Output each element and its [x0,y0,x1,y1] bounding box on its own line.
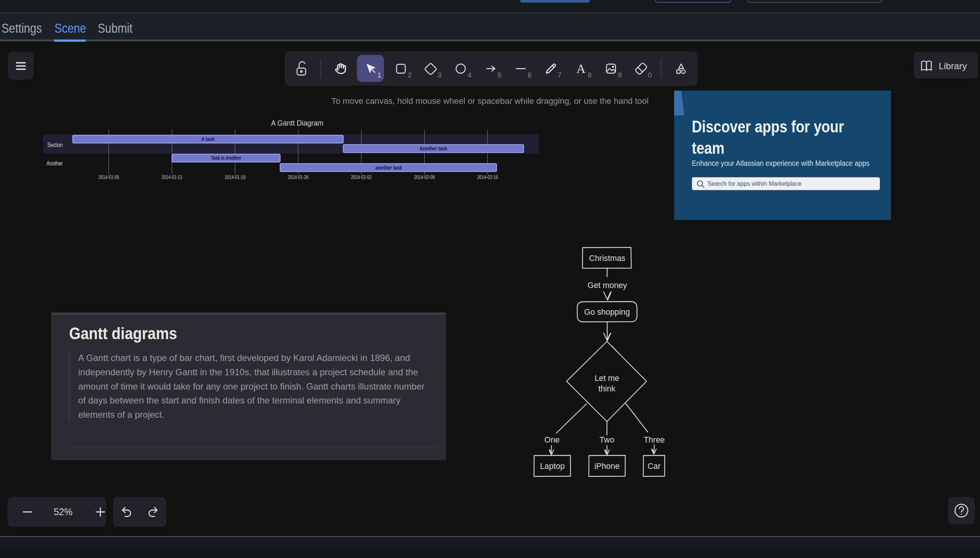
svg-text:2014-02-09: 2014-02-09 [414,174,435,180]
svg-text:1: 1 [377,71,381,79]
svg-text:0: 0 [648,71,652,79]
svg-text:think: think [598,384,615,393]
svg-text:52%: 52% [54,507,72,517]
svg-text:2014-02-02: 2014-02-02 [351,174,371,180]
svg-text:8: 8 [588,71,592,79]
svg-text:Section: Section [47,141,63,148]
svg-text:5: 5 [497,71,502,79]
svg-text:Task in Another: Task in Another [211,155,241,161]
svg-text:Another task: Another task [420,146,448,152]
svg-text:2014-01-05: 2014-01-05 [98,174,119,180]
svg-text:3: 3 [437,71,442,79]
svg-text:A Gantt Diagram: A Gantt Diagram [271,118,324,127]
svg-text:A: A [576,62,586,75]
svg-text:Go shopping: Go shopping [584,308,630,317]
svg-text:2014-01-12: 2014-01-12 [162,174,182,180]
svg-text:Another: Another [47,160,63,167]
svg-text:One: One [545,435,560,445]
svg-text:7: 7 [558,71,562,79]
svg-text:2014-01-19: 2014-01-19 [225,174,245,180]
svg-text:2014-02-16: 2014-02-16 [477,174,498,180]
svg-text:another task: another task [375,164,402,171]
svg-text:6: 6 [528,71,532,79]
svg-text:iPhone: iPhone [594,462,620,471]
svg-text:Christmas: Christmas [589,254,626,263]
svg-text:Car: Car [648,462,661,471]
svg-text:2014-01-26: 2014-01-26 [288,174,309,180]
svg-text:Three: Three [644,435,665,445]
svg-text:4: 4 [468,71,471,79]
svg-text:Two: Two [599,435,614,445]
svg-text:9: 9 [618,71,622,79]
svg-text:2: 2 [408,71,412,79]
svg-text:A task: A task [201,136,215,143]
svg-text:Let me: Let me [594,374,619,383]
svg-text:Get money: Get money [587,281,627,290]
svg-text:Library: Library [939,61,967,71]
svg-text:Laptop: Laptop [540,462,565,471]
